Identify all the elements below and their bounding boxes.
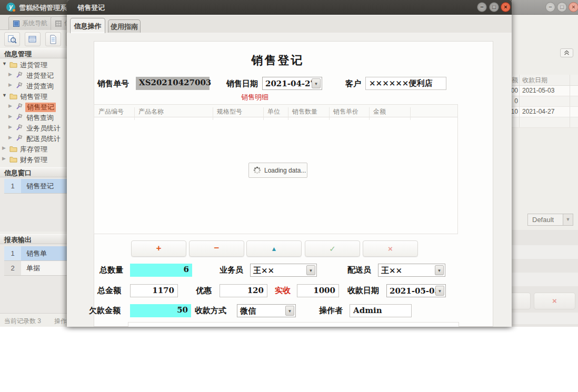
collapsed-arrow-icon[interactable]: ▶ (2, 156, 6, 161)
dialog-maximize-button[interactable]: □ (489, 2, 499, 12)
tree-item-finance-mgmt[interactable]: ▶ 财务管理 (0, 154, 67, 165)
total-amount-field: 1170 (130, 284, 178, 297)
tree-item-label: 进货管理 (20, 61, 47, 70)
dialog-close-button[interactable]: × (501, 2, 511, 12)
document-tool-button[interactable] (45, 32, 61, 46)
panel-band (512, 313, 578, 324)
expanded-arrow-icon[interactable]: ▼ (2, 93, 7, 98)
total-qty-field: 6 (130, 264, 192, 277)
collapsed-arrow-icon[interactable]: ▶ (8, 72, 12, 77)
dialog-title: 销售登记 (77, 3, 105, 13)
tree-item-deliverer-stats[interactable]: ▶ 配送员统计 (0, 133, 67, 144)
column-divider (519, 117, 520, 127)
background-table-header: 金额 收款日期 (512, 75, 578, 86)
search-tool-button[interactable] (4, 32, 20, 46)
chevron-down-icon[interactable]: ▼ (563, 214, 573, 225)
dialog-titlebar[interactable]: 销售登记 − □ × (67, 0, 512, 15)
tree-item-label: 库存管理 (20, 145, 47, 154)
main-maximize-button[interactable]: □ (557, 2, 567, 12)
customer-input[interactable]: ××××××便利店 (365, 77, 446, 90)
chevron-down-icon[interactable]: ▼ (306, 265, 315, 275)
nav-grid-icon (55, 21, 62, 27)
tree-item-sales-query[interactable]: ▶ 销售查询 (0, 112, 67, 123)
tree-item-inventory-mgmt[interactable]: ▶ 库存管理 (0, 144, 67, 154)
collapsed-arrow-icon[interactable]: ▶ (8, 82, 12, 87)
collapsed-arrow-icon[interactable]: ▶ (2, 145, 6, 150)
table-row[interactable]: 910 2021-04-27 (512, 107, 578, 117)
collapsed-arrow-icon[interactable]: ▶ (8, 114, 12, 119)
tab-info-partial[interactable]: 信息 (51, 16, 67, 30)
dialog-body: 销售登记 销售单号 XS20210427003 销售日期 2021-04-27 … (67, 33, 512, 327)
tree-item-purchase-query[interactable]: ▶ 进货查询 (0, 81, 67, 91)
app-logo-icon: y (6, 3, 15, 12)
delete-row-button[interactable]: − (189, 240, 244, 257)
pay-method-select[interactable]: 微信 ▼ (237, 304, 296, 317)
report-list-row[interactable]: 1 销售单 (4, 246, 67, 261)
tree-item-label: 进货查询 (26, 82, 54, 91)
table-row[interactable]: 000 2021-05-03 (512, 86, 578, 96)
sale-date-select[interactable]: 2021-04-27 ▼ (262, 77, 322, 90)
tree-item-label: 业务员统计 (26, 124, 61, 133)
col-header: 产品名称 (138, 107, 164, 116)
date-cell: 2021-04-27 (522, 108, 554, 115)
tab-system-nav[interactable]: 系统导航 (8, 16, 52, 30)
confirm-button[interactable]: ✓ (305, 240, 360, 257)
amount-cell: 0 (512, 97, 518, 105)
total-qty-label: 总数量 (99, 265, 123, 275)
spinner-icon (253, 166, 261, 174)
tab-info-operation[interactable]: 信息操作 (70, 18, 105, 33)
cardfile-icon (28, 35, 37, 44)
deliverer-select[interactable]: 王×× ▼ (378, 264, 445, 277)
chevron-down-icon[interactable]: ▼ (435, 265, 444, 275)
left-sidebar: 系统导航 信息 (0, 15, 67, 313)
tree-item-purchase-mgmt[interactable]: ▼ 进货管理 (0, 59, 67, 70)
table-row[interactable]: 0 (512, 96, 578, 107)
add-row-button[interactable]: + (131, 240, 186, 257)
operator-text: 操作者 (54, 317, 67, 326)
received-label: 实收 (275, 286, 291, 296)
salesman-select[interactable]: 王×× ▼ (250, 264, 317, 277)
cancel-button[interactable]: × (363, 240, 418, 257)
partial-button[interactable] (512, 293, 531, 309)
sales-register-dialog: 销售登记 − □ × 信息操作 使用指南 销售登记 销售单号 XS2021042… (67, 0, 512, 327)
chevron-down-icon[interactable]: ▼ (435, 286, 444, 296)
search-icon (7, 35, 17, 44)
tree-item-sales-register[interactable]: ▶ 销售登记 (0, 102, 67, 112)
detail-table-header: 产品编号 产品名称 规格型号 单位 销售数量 销售单价 金额 (94, 105, 457, 117)
chevron-down-icon[interactable]: ▼ (285, 306, 294, 316)
panel-band (512, 245, 578, 259)
table-row[interactable] (512, 117, 578, 128)
main-close-button[interactable]: × (569, 2, 578, 12)
collapsed-arrow-icon[interactable]: ▶ (8, 103, 12, 108)
expanded-arrow-icon[interactable]: ▼ (2, 61, 7, 66)
info-window-list: 1 销售登记 (0, 177, 67, 232)
window-list-row[interactable]: 1 销售登记 (4, 179, 67, 194)
col-amount-header: 金额 (512, 76, 518, 85)
tree-item-sales-mgmt[interactable]: ▼ 销售管理 (0, 91, 67, 102)
main-titlebar-right[interactable]: − □ × (512, 0, 578, 15)
theme-select[interactable]: Default ▼ (527, 214, 573, 226)
row-index: 1 (4, 246, 21, 261)
panel-close-button[interactable]: × (534, 293, 575, 309)
report-list-row[interactable]: 2 单据 (4, 261, 67, 276)
main-minimize-button[interactable]: − (545, 2, 555, 12)
chevron-down-icon[interactable]: ▼ (312, 78, 321, 88)
dialog-minimize-button[interactable]: − (477, 2, 487, 12)
collapse-panel-button[interactable] (560, 48, 573, 57)
remarks-bar-partial[interactable] (128, 322, 459, 327)
tab-user-guide[interactable]: 使用指南 (108, 19, 141, 33)
tree-item-purchase-register[interactable]: ▶ 进货登记 (0, 70, 67, 81)
form-tool-icon (16, 114, 23, 120)
tree-item-salesman-stats[interactable]: ▶ 业务员统计 (0, 123, 67, 133)
row-label: 单据 (21, 261, 67, 276)
discount-field[interactable]: 120 (220, 284, 267, 297)
collapsed-arrow-icon[interactable]: ▶ (8, 124, 12, 129)
receive-date-select[interactable]: 2021-05-03 ▼ (386, 284, 446, 297)
cardfile-tool-button[interactable] (25, 32, 41, 46)
deliverer-label: 配送员 (347, 265, 371, 275)
collapsed-arrow-icon[interactable]: ▶ (8, 135, 12, 140)
column-divider (519, 96, 520, 106)
received-field[interactable]: 1000 (297, 284, 339, 297)
move-up-button[interactable]: ▲ (246, 240, 302, 257)
dialog-tabrow: 信息操作 使用指南 (67, 15, 512, 33)
